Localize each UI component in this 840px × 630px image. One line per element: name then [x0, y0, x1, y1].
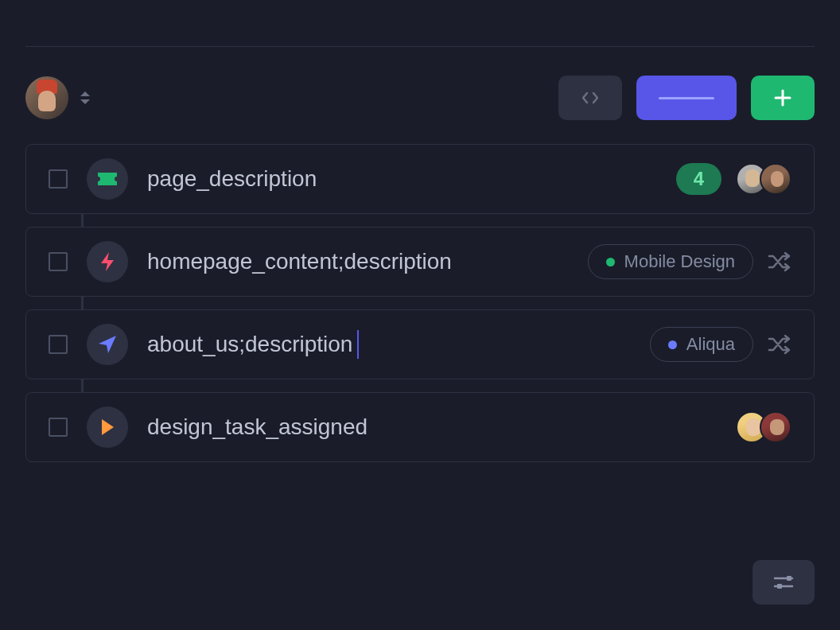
- tag[interactable]: Aliqua: [650, 327, 753, 362]
- tag-label: Aliqua: [686, 334, 735, 355]
- settings-button[interactable]: [752, 560, 815, 605]
- task-meta: 4: [676, 163, 791, 195]
- task-type-icon-wrap: [87, 241, 128, 282]
- avatar-group[interactable]: [736, 163, 791, 195]
- task-row[interactable]: page_description 4: [25, 144, 815, 214]
- task-row[interactable]: about_us;description Aliqua: [25, 309, 815, 379]
- tag-dot-icon: [606, 258, 615, 266]
- add-button[interactable]: [751, 76, 815, 120]
- tag[interactable]: Mobile Design: [588, 244, 753, 279]
- assignee-avatar[interactable]: [760, 411, 791, 443]
- header: [25, 47, 815, 144]
- task-type-icon-wrap: [87, 406, 128, 448]
- sort-toggle[interactable]: [80, 91, 91, 105]
- assignee-avatar[interactable]: [760, 163, 791, 195]
- navigation-icon: [97, 334, 118, 355]
- task-row[interactable]: design_task_assigned: [25, 392, 815, 462]
- plus-icon: [773, 88, 792, 107]
- task-meta: Mobile Design: [588, 244, 791, 279]
- svg-rect-1: [777, 584, 782, 589]
- primary-action-button[interactable]: [636, 76, 737, 120]
- task-name-text: about_us;description: [147, 332, 352, 357]
- task-name-text: homepage_content;description: [147, 249, 452, 274]
- count-badge: 4: [676, 163, 721, 195]
- task-checkbox[interactable]: [49, 169, 68, 189]
- task-checkbox[interactable]: [49, 418, 68, 437]
- sliders-icon: [773, 574, 794, 591]
- avatar-group[interactable]: [736, 411, 791, 443]
- user-avatar[interactable]: [25, 76, 68, 119]
- row-connector: [81, 214, 84, 227]
- row-connector: [81, 379, 84, 392]
- play-icon: [99, 418, 115, 437]
- task-name: homepage_content;description: [147, 249, 569, 274]
- expand-button[interactable]: [558, 76, 622, 120]
- task-meta: Aliqua: [650, 327, 791, 362]
- task-name-text: page_description: [147, 166, 317, 192]
- task-name: page_description: [147, 166, 657, 192]
- task-list: page_description 4 homepage_content;desc…: [25, 144, 815, 462]
- task-name-text: design_task_assigned: [147, 414, 368, 440]
- task-type-icon-wrap: [87, 158, 128, 200]
- header-left: [25, 76, 91, 119]
- task-row[interactable]: homepage_content;description Mobile Desi…: [25, 227, 815, 297]
- task-name[interactable]: about_us;description: [147, 330, 631, 359]
- ticket-icon: [96, 171, 119, 187]
- svg-rect-0: [787, 576, 791, 581]
- header-right: [558, 76, 815, 120]
- task-type-icon-wrap: [87, 324, 128, 365]
- task-checkbox[interactable]: [49, 252, 68, 271]
- task-meta: [736, 411, 791, 443]
- minus-icon: [659, 97, 714, 99]
- text-cursor: [357, 330, 359, 359]
- bolt-icon: [98, 251, 117, 273]
- chevron-down-icon: [80, 99, 91, 105]
- tag-dot-icon: [668, 340, 677, 349]
- tag-label: Mobile Design: [624, 251, 735, 272]
- expand-icon: [582, 91, 598, 105]
- shuffle-icon[interactable]: [768, 251, 791, 272]
- shuffle-icon[interactable]: [768, 334, 791, 355]
- task-checkbox[interactable]: [49, 335, 68, 354]
- task-name: design_task_assigned: [147, 414, 717, 440]
- chevron-up-icon: [80, 91, 91, 97]
- row-connector: [81, 297, 84, 309]
